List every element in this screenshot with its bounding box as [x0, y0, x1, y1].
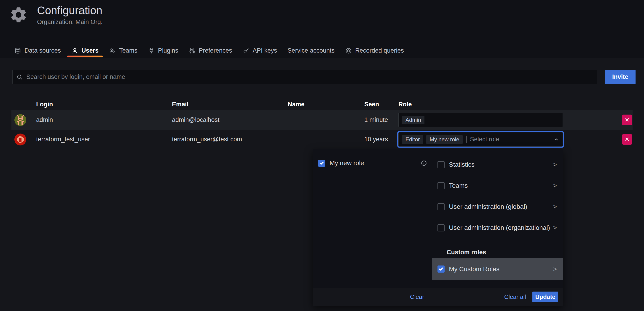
- table-row: admin admin@localhost 1 minute Admin ✕: [12, 110, 632, 130]
- role-picker-selected-panel: My new role Clear: [312, 149, 432, 306]
- chevron-right-icon: >: [553, 162, 557, 168]
- avatar-pixel-art: [14, 114, 26, 126]
- actions-cell: ✕: [563, 134, 632, 145]
- role-option-my-new-role[interactable]: My new role: [318, 160, 427, 167]
- role-group-label: User administration (global): [449, 203, 527, 210]
- tab-label: Users: [82, 47, 98, 54]
- role-picker-right-footer: Clear all Update: [432, 288, 563, 306]
- user-icon: [71, 47, 78, 54]
- clear-button[interactable]: Clear: [410, 294, 424, 300]
- users-toolbar: Invite: [12, 70, 636, 84]
- info-icon[interactable]: [421, 160, 427, 166]
- record-icon: [345, 47, 352, 54]
- check-icon: [319, 161, 324, 166]
- role-select-placeholder: Select role: [470, 136, 499, 143]
- tab-plugins[interactable]: Plugins: [143, 44, 184, 58]
- role-group-label: Teams: [449, 182, 468, 189]
- avatar: [14, 114, 26, 126]
- search-box: [12, 70, 597, 84]
- column-header-name: Name: [288, 101, 364, 108]
- page-header: Configuration Organization: Main Org.: [37, 4, 103, 26]
- chevron-right-icon: >: [553, 266, 557, 272]
- users-icon: [109, 47, 116, 54]
- checkbox-unchecked[interactable]: [438, 224, 444, 232]
- tab-label: Service accounts: [288, 47, 334, 54]
- avatar: [14, 134, 26, 146]
- tab-label: Recorded queries: [355, 47, 404, 54]
- tab-bar: Data sources Users Teams: [9, 44, 644, 58]
- role-group-label: User administration (organizational): [449, 224, 550, 232]
- role-option-label: My new role: [330, 160, 364, 167]
- clear-all-button[interactable]: Clear all: [504, 294, 526, 300]
- database-icon: [14, 47, 21, 54]
- role-group-list: Statistics > Teams > User administration…: [432, 154, 563, 238]
- checkbox-unchecked[interactable]: [438, 161, 444, 168]
- login-cell: admin: [12, 114, 172, 126]
- role-group-statistics[interactable]: Statistics >: [432, 154, 563, 175]
- delete-user-button[interactable]: ✕: [622, 114, 632, 125]
- role-group-teams[interactable]: Teams >: [432, 175, 563, 196]
- role-group-user-administration-global[interactable]: User administration (global) >: [432, 196, 563, 217]
- table-row: terraform_test_user terraform_user@test.…: [12, 130, 632, 149]
- role-group-label: Statistics: [449, 161, 474, 168]
- user-seen: 10 years: [364, 136, 398, 143]
- close-icon: ✕: [625, 116, 630, 123]
- chevron-up-icon: [553, 136, 559, 142]
- search-icon: [16, 74, 23, 80]
- tab-service-accounts[interactable]: Service accounts: [282, 44, 340, 58]
- users-table: Login Email Name Seen Role: [12, 98, 632, 149]
- role-picker-groups-panel: Statistics > Teams > User administration…: [432, 149, 563, 306]
- chevron-right-icon: >: [553, 224, 557, 231]
- chevron-right-icon: >: [553, 182, 557, 189]
- key-icon: [243, 47, 250, 54]
- column-header-login: Login: [12, 101, 172, 108]
- checkbox-unchecked[interactable]: [438, 203, 444, 210]
- checkbox-unchecked[interactable]: [438, 182, 444, 189]
- tab-api-keys[interactable]: API keys: [238, 44, 282, 58]
- tab-recorded-queries[interactable]: Recorded queries: [340, 44, 409, 58]
- user-seen: 1 minute: [364, 116, 398, 124]
- close-icon: ✕: [625, 136, 630, 143]
- login-cell: terraform_test_user: [12, 134, 172, 146]
- delete-user-button[interactable]: ✕: [622, 134, 632, 145]
- tab-data-sources[interactable]: Data sources: [9, 44, 66, 58]
- update-button[interactable]: Update: [532, 292, 558, 302]
- tab-label: Plugins: [158, 47, 178, 54]
- actions-cell: ✕: [563, 114, 632, 125]
- page-title: Configuration: [37, 4, 103, 17]
- role-cell: Admin: [398, 113, 563, 127]
- role-group-my-custom-roles[interactable]: My Custom Roles >: [432, 258, 563, 280]
- role-picker-dropdown: My new role Clear Statistics >: [312, 149, 563, 306]
- role-pill: Editor: [402, 135, 423, 144]
- text-cursor: [466, 136, 467, 144]
- user-login: admin: [36, 116, 53, 124]
- tab-users[interactable]: Users: [66, 44, 104, 58]
- invite-button[interactable]: Invite: [605, 70, 636, 84]
- role-group-user-administration-organizational[interactable]: User administration (organizational) >: [432, 217, 563, 238]
- custom-roles-heading: Custom roles: [447, 246, 486, 259]
- table-header-row: Login Email Name Seen Role: [12, 98, 632, 110]
- sliders-icon: [189, 47, 196, 54]
- tab-label: API keys: [253, 47, 277, 54]
- tab-teams[interactable]: Teams: [104, 44, 143, 58]
- gear-icon: [9, 6, 28, 24]
- tab-label: Preferences: [199, 47, 232, 54]
- search-input[interactable]: [26, 73, 593, 81]
- user-email: admin@localhost: [172, 116, 288, 124]
- tab-label: Teams: [119, 47, 138, 54]
- chevron-right-icon: >: [553, 204, 557, 210]
- active-tab-indicator: [67, 56, 103, 58]
- role-select[interactable]: Admin: [398, 113, 563, 127]
- user-email: terraform_user@test.com: [172, 136, 288, 143]
- checkbox-checked[interactable]: [318, 160, 325, 167]
- role-select-open[interactable]: Editor My new role Select role: [398, 132, 563, 146]
- column-header-seen: Seen: [364, 101, 398, 108]
- role-pill: Admin: [402, 116, 424, 124]
- role-cell: Editor My new role Select role: [398, 132, 563, 146]
- tab-preferences[interactable]: Preferences: [184, 44, 238, 58]
- role-picker-left-footer: Clear: [312, 288, 432, 306]
- page-subtitle: Organization: Main Org.: [37, 18, 103, 26]
- checkbox-checked[interactable]: [438, 266, 444, 272]
- configuration-page: Configuration Organization: Main Org. Da…: [0, 0, 644, 311]
- avatar-pixel-art: [14, 134, 26, 146]
